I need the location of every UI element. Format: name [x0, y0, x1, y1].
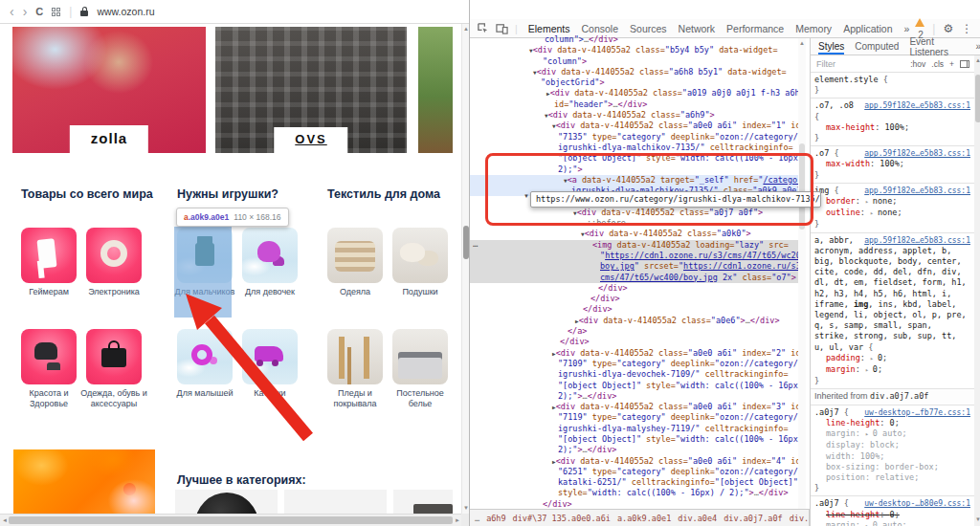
scroll-up-icon[interactable]: ▲	[799, 40, 805, 46]
styles-filter-input[interactable]: Filter	[816, 59, 835, 69]
dom-tree-line[interactable]: "6251" type="category" deeplink="ozon://…	[470, 467, 806, 477]
rule-selector[interactable]: app.59f182e…e5b83.css:1img {	[814, 186, 970, 196]
category-item[interactable]: Пледы и покрывала	[327, 329, 383, 430]
category-tile[interactable]	[242, 329, 298, 384]
stylesheet-link[interactable]: uw-desktop-…b80e9.css:1	[864, 498, 970, 509]
stylesheet-link[interactable]: app.59f182e…e5b83.css:1	[864, 148, 970, 159]
scroll-up-icon[interactable]: ▲	[975, 57, 980, 63]
dom-tree-line[interactable]: ▼<div data-v-414055a2 class="a0e0 a6i" i…	[470, 121, 806, 131]
category-item[interactable]: Геймерам	[21, 228, 77, 329]
breadcrumb-ellipsis[interactable]: …	[475, 514, 479, 523]
dom-tree-line[interactable]: "[object Object]" style="width: calc((10…	[470, 153, 806, 164]
dom-tree-line[interactable]: ▶<div data-v-414055a2 class="a0e0 a6i" i…	[470, 456, 806, 467]
breadcrumb-div37135a0e0a6i[interactable]: div#\37 135.a0e0.a6i	[513, 514, 611, 523]
extensions-grid-icon[interactable]	[52, 8, 60, 16]
dom-tree-line[interactable]: "7109" type="category" deeplink="ozon://…	[470, 359, 806, 369]
rule-selector[interactable]: uw-desktop-…fb77e.css:1.a0j7 {	[814, 407, 970, 418]
css-property[interactable]: position: relative;	[814, 472, 970, 483]
dom-tree-line[interactable]: column">…</div>	[470, 34, 806, 45]
category-label[interactable]: Для девочек	[236, 287, 303, 297]
css-property[interactable]: max-height: 100%;	[814, 122, 970, 133]
dom-tree-line[interactable]: ▼<div data-v-414055a2 class="a0k0">	[470, 229, 806, 239]
stylesheet-link[interactable]: uw-desktop-…fb77e.css:1	[864, 407, 970, 418]
css-property[interactable]: line-height: 0;	[814, 510, 970, 520]
dom-tree-line[interactable]: </div>	[470, 283, 806, 294]
styles-tab-[interactable]: »	[975, 41, 980, 52]
css-property[interactable]: display: block;	[814, 440, 970, 450]
dom-tree-line[interactable]: ▶<div data-v-414055a2 class="a0e6">…</di…	[470, 316, 806, 326]
inspect-element-icon[interactable]	[477, 22, 489, 34]
dom-tree-line[interactable]: katalki-6251/" celltrackinginfo="[object…	[470, 477, 806, 488]
category-item[interactable]: Одеяла	[327, 228, 383, 329]
stylesheet-link[interactable]: app.59f182e…e5b83.css:1	[864, 186, 970, 196]
class-toggle[interactable]: .cls	[931, 59, 944, 69]
dom-tree-line[interactable]: ▼<div data-v-414055a2 class="a6h9">	[470, 110, 806, 121]
product-tile[interactable]	[393, 490, 453, 514]
css-property[interactable]: width: 100%;	[814, 451, 970, 462]
category-tile[interactable]	[392, 329, 448, 384]
styles-tab-eventlisteners[interactable]: Event Listeners	[909, 36, 965, 57]
dom-tree-line[interactable]: ▶<div data-v-414055a2 class="a019 a0j0 a…	[470, 88, 806, 99]
dom-tree-line[interactable]: 2);">…</div>	[470, 391, 806, 402]
rule-selector[interactable]: app.59f182e…e5b83.css:1.o7 {	[814, 148, 970, 159]
dom-tree-line[interactable]: "objectGrid">	[470, 77, 806, 88]
category-label[interactable]: Геймерам	[15, 287, 82, 297]
dom-tree-line[interactable]: ▼<a data-v-414055a2 target="_self" href=…	[470, 175, 806, 186]
dom-tree-line[interactable]: ▼<div data-v-414055a2 class="b5y4 b5y" d…	[470, 45, 806, 55]
rule-selector[interactable]: uw-desktop-…b80e9.css:1.a0j7 {	[814, 498, 970, 509]
dom-tree-line[interactable]: ▼<div data-v-414055a2 class="a0j7 a0f">	[470, 208, 806, 218]
dom-tree-line[interactable]: 2);">	[470, 164, 806, 175]
device-toolbar-icon[interactable]	[496, 22, 508, 34]
category-tile[interactable]	[242, 228, 298, 283]
category-item[interactable]: Красота и Здоровье	[21, 329, 77, 430]
dom-tree-line[interactable]: </div>	[470, 304, 806, 315]
dom-tree-line[interactable]: igrushki-dlya-devochek-7109/" celltracki…	[470, 369, 806, 380]
breadcrumb-diva0k0[interactable]: div.a0k0	[790, 514, 810, 523]
scroll-down-icon[interactable]: ▼	[463, 505, 469, 511]
category-item[interactable]: Постельное белье	[392, 329, 448, 430]
scroll-left-icon[interactable]: ◄	[2, 517, 8, 523]
category-tile[interactable]	[86, 228, 142, 283]
category-item[interactable]: Для малышей	[177, 329, 233, 430]
banner-partial[interactable]	[418, 27, 453, 153]
devtools-tab-network[interactable]: Network	[679, 23, 716, 34]
tree-scrollbar[interactable]: ▲	[798, 38, 806, 509]
address-bar[interactable]: www.ozon.ru	[97, 6, 154, 17]
dom-tree-line[interactable]: boy.jpg" srcset="https://cdn1.ozone.ru/s…	[470, 261, 806, 272]
category-item[interactable]: Электроника	[86, 228, 142, 329]
styles-scroll-thumb[interactable]	[975, 75, 980, 122]
category-label[interactable]: Каталки	[236, 388, 303, 399]
devtools-tab-elements[interactable]: Elements	[528, 23, 570, 34]
css-property[interactable]: border: ▸ none;	[814, 196, 970, 208]
back-icon[interactable]: ‹	[10, 5, 14, 18]
category-label[interactable]: Одежда, обувь и аксессуары	[80, 388, 147, 409]
rule-selector[interactable]: app.59f182e…e5b83.css:1.o7, .o8 {	[814, 100, 970, 121]
banner-zolla[interactable]: zolla	[12, 27, 206, 153]
dom-tree-line[interactable]: </div>	[470, 294, 806, 304]
styles-tab-computed[interactable]: Computed	[855, 41, 899, 52]
dom-tree-line[interactable]: ▶<div data-v-414055a2 class="a0e0 a6i" i…	[470, 348, 806, 359]
dom-tree-line[interactable]: "7135" type="category" deeplink="ozon://…	[470, 132, 806, 142]
dom-tree-line[interactable]: 2);">…</div>	[470, 445, 806, 455]
devtools-tab-application[interactable]: Application	[843, 23, 892, 34]
category-item[interactable]: Для девочек	[242, 228, 298, 329]
devtools-tab-sources[interactable]: Sources	[630, 23, 667, 34]
css-property[interactable]: margin: ▸ 0;	[814, 364, 970, 376]
dom-tree-line[interactable]: style="width: calc((100% - 16px) / 2);">…	[470, 488, 806, 498]
devtools-tab-[interactable]: »	[904, 23, 910, 34]
refresh-icon[interactable]: C	[35, 6, 43, 17]
scroll-down-icon[interactable]: ▼	[975, 516, 980, 522]
dom-tree-line[interactable]: <img data-v-414055a2 loading="lazy" src=	[470, 240, 806, 251]
banner-ovs[interactable]: OVS	[215, 27, 407, 153]
stylesheet-link[interactable]: app.59f182e…e5b83.css:1	[864, 100, 970, 111]
more-options-icon[interactable]: ⋮	[961, 22, 972, 35]
css-property[interactable]: padding: ▸ 0;	[814, 353, 970, 364]
rule-selector[interactable]: app.59f182e…e5b83.css:1a, abbr, acronym,…	[814, 235, 970, 353]
category-label[interactable]: Постельное белье	[387, 388, 454, 409]
tree-scroll-thumb[interactable]	[799, 143, 805, 230]
breadcrumb-a6h9[interactable]: a6h9	[486, 514, 505, 523]
scroll-up-icon[interactable]: ▲	[463, 26, 469, 32]
product-tile[interactable]	[284, 490, 387, 514]
dom-tree-line[interactable]: "[object Object]" style="width: calc((10…	[470, 381, 806, 391]
dom-tree-line[interactable]: cms/47/t65/wc400/boy.jpg 2x" class="o7">…	[470, 273, 806, 283]
